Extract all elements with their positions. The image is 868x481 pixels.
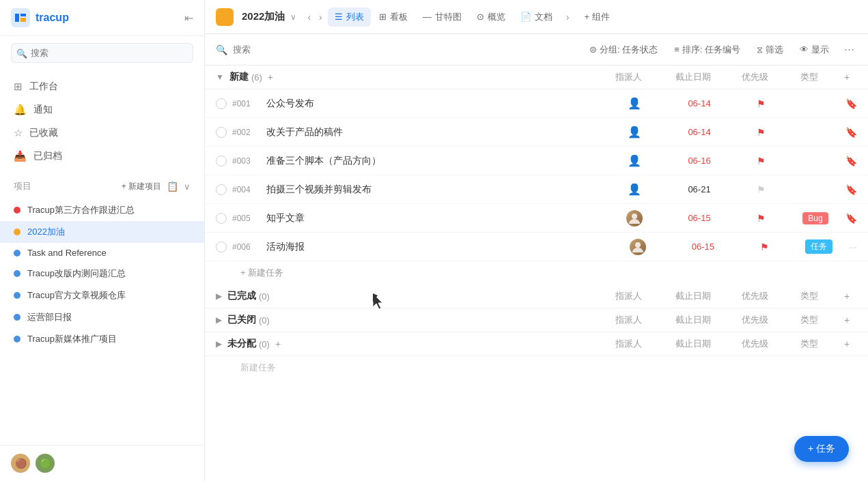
sidebar-workbench-label: 工作台 [29, 81, 58, 93]
project-list: Tracup第三方合作跟进汇总 2022加油 Task and Referenc… [0, 196, 204, 353]
filter-button[interactable]: ⧖ 筛选 [753, 41, 787, 59]
add-task-fab[interactable]: + 任务 [794, 436, 849, 462]
user-avatar-2[interactable]: 🟢 [36, 454, 55, 473]
sidebar-item-workbench[interactable]: ⊞ 工作台 [0, 75, 204, 98]
task-checkbox[interactable] [216, 156, 227, 166]
project-item-2022jiayou[interactable]: 2022加油 [0, 221, 204, 243]
bookmark-icon: 🔖 [845, 213, 857, 224]
task-id: #002 [232, 128, 260, 137]
section-unassigned-add-button[interactable]: + [275, 338, 281, 349]
section-collapse-button[interactable]: ▼ [216, 72, 224, 82]
col-add-button[interactable]: + [837, 291, 857, 302]
section-completed-header: ▶ 已完成 (0) 指派人 截止日期 优先级 类型 + [205, 285, 868, 308]
main-content: 2022加油 ∨ ‹ › ☰ 列表 ⊞ 看板 — 甘特图 ⊙ 概览 📄 文档 [205, 0, 868, 481]
more-views-button[interactable]: › [561, 9, 575, 25]
tab-board[interactable]: ⊞ 看板 [372, 8, 415, 27]
task-checkbox[interactable] [216, 213, 227, 224]
more-options-button[interactable]: ··· [841, 40, 857, 59]
add-task-button[interactable]: + 新建任务 [205, 261, 868, 285]
logo-icon [11, 8, 30, 27]
task-checkbox[interactable] [216, 184, 227, 195]
project-title: 2022加油 [242, 10, 285, 23]
tab-docs[interactable]: 📄 文档 [514, 8, 559, 27]
toolbar-search-input[interactable] [233, 44, 580, 55]
sidebar-search-input[interactable] [11, 43, 193, 63]
task-name[interactable]: 公众号发布 [266, 98, 604, 110]
bookmark-icon: 🔖 [845, 127, 857, 138]
col-add-button[interactable]: + [837, 72, 857, 83]
project-item-tracup-collab[interactable]: Tracup第三方合作跟进汇总 [0, 199, 204, 221]
tab-overview[interactable]: ⊙ 概览 [470, 8, 512, 27]
task-priority: ⚑ [733, 98, 788, 109]
task-priority: ⚑ [737, 242, 792, 252]
sort-filter-button[interactable]: ≡ 排序: 任务编号 [670, 41, 744, 59]
bell-icon: 🔔 [14, 104, 27, 116]
user-avatar-1[interactable]: 🟤 [11, 454, 30, 473]
section-collapse-button[interactable]: ▶ [216, 291, 222, 301]
col-header-assignee: 指派人 [598, 71, 659, 83]
projects-label: 项目 [14, 180, 31, 192]
task-checkbox[interactable] [216, 242, 227, 252]
section-unassigned-header: ▶ 未分配 (0) + 指派人 截止日期 优先级 类型 + [205, 332, 868, 356]
list-icon: ☰ [335, 12, 343, 22]
tab-gantt[interactable]: — 甘特图 [416, 8, 468, 27]
display-button[interactable]: 👁 显示 [796, 41, 833, 59]
section-new-add-button[interactable]: + [268, 72, 273, 83]
project-item-task-reference[interactable]: Task and Reference [0, 243, 204, 263]
section-closed-title: 已关闭 [227, 314, 256, 326]
sidebar-collapse-button[interactable]: ⇤ [184, 12, 193, 25]
prev-nav-arrow[interactable]: ‹ [305, 9, 313, 25]
task-date: 06-15 [665, 213, 733, 223]
add-unassigned-task-button[interactable]: 新建任务 [205, 356, 868, 379]
task-name[interactable]: 准备三个脚本（产品方向） [266, 155, 604, 167]
task-checkbox[interactable] [216, 98, 227, 109]
sidebar-item-notifications[interactable]: 🔔 通知 [0, 98, 204, 121]
new-project-button[interactable]: + 新建项目 [122, 181, 161, 192]
tab-list[interactable]: ☰ 列表 [328, 8, 371, 27]
col-header-priority: 优先级 [727, 290, 782, 302]
section-col-headers: 指派人 截止日期 优先级 类型 + [598, 71, 857, 83]
toolbar-search-icon: 🔍 [216, 44, 227, 55]
col-add-button[interactable]: + [837, 338, 857, 349]
sidebar-search-area: 🔍 [0, 36, 204, 70]
title-dropdown-icon[interactable]: ∨ [290, 12, 296, 22]
task-assignee [607, 239, 669, 255]
section-collapse-button[interactable]: ▶ [216, 339, 222, 349]
task-checkbox[interactable] [216, 127, 227, 138]
task-more-button[interactable]: ··· [849, 242, 857, 252]
sidebar-nav: ⊞ 工作台 🔔 通知 ☆ 已收藏 📥 已归档 [0, 70, 204, 173]
task-name[interactable]: 拍摄三个视频并剪辑发布 [266, 184, 604, 196]
next-nav-arrow[interactable]: › [316, 9, 325, 25]
section-collapse-button[interactable]: ▶ [216, 315, 222, 325]
col-header-date: 截止日期 [659, 314, 727, 326]
import-project-icon[interactable]: 📋 [167, 181, 178, 192]
col-add-button[interactable]: + [837, 315, 857, 325]
task-name[interactable]: 活动海报 [266, 241, 607, 253]
gantt-icon: — [423, 12, 432, 22]
project-item-tracup-new-media[interactable]: Tracup新媒体推广项目 [0, 328, 204, 350]
task-assignee [604, 210, 665, 227]
task-type: 任务 [792, 239, 846, 254]
sidebar-item-favorites[interactable]: ☆ 已收藏 [0, 121, 204, 145]
section-col-headers: 指派人 截止日期 优先级 类型 + [598, 290, 857, 302]
sidebar-item-archived[interactable]: 📥 已归档 [0, 145, 204, 168]
priority-flag-icon: ⚑ [757, 98, 766, 109]
task-type: Bug [788, 212, 843, 224]
task-name[interactable]: 知乎文章 [266, 212, 604, 224]
section-new-title: 新建 [229, 71, 249, 83]
project-color-badge [216, 8, 234, 26]
svg-point-2 [635, 242, 641, 248]
projects-expand-icon[interactable]: ∨ [184, 181, 191, 192]
section-col-headers: 指派人 截止日期 优先级 类型 + [598, 314, 857, 326]
add-component-button[interactable]: + 组件 [577, 8, 617, 27]
task-date: 06-21 [665, 184, 733, 194]
task-name[interactable]: 改关于产品的稿件 [266, 126, 604, 139]
project-dot [14, 314, 20, 321]
type-badge-bug: Bug [802, 212, 828, 224]
project-item-tracup-改版[interactable]: Tracup改版内测问题汇总 [0, 263, 204, 285]
project-item-operations[interactable]: 运营部日报 [0, 306, 204, 328]
project-item-tracup-official[interactable]: Tracup官方文章视频仓库 [0, 285, 204, 306]
projects-section-header: 项目 + 新建项目 📋 ∨ [0, 173, 204, 196]
group-filter-button[interactable]: ⊜ 分组: 任务状态 [585, 41, 662, 59]
col-header-type: 类型 [782, 71, 837, 83]
